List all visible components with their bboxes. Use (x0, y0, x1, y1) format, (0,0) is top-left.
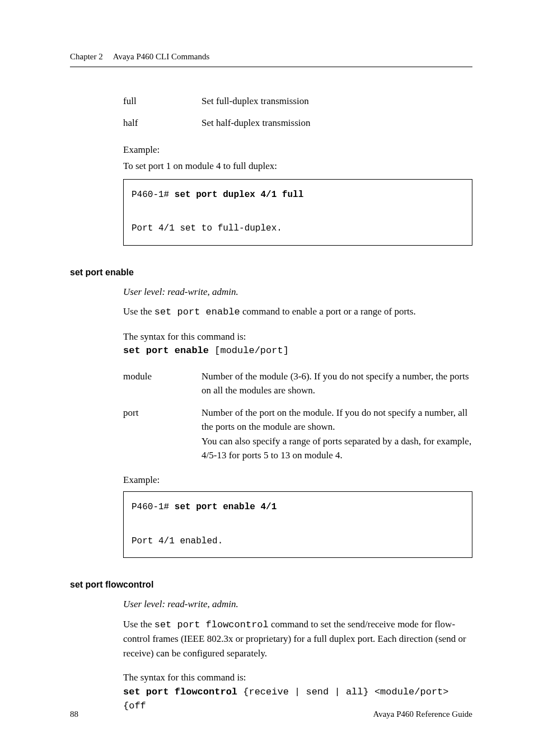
def-term: port (123, 406, 202, 463)
def-row: half Set half-duplex transmission (123, 116, 472, 130)
section-enable-body: User level: read-write, admin. Use the s… (123, 285, 472, 558)
code-block: P460-1# set port enable 4/1 Port 4/1 ena… (123, 491, 472, 558)
def-term: half (123, 116, 202, 130)
syntax-label: The syntax for this command is: (123, 330, 472, 344)
example-intro: To set port 1 on module 4 to full duplex… (123, 159, 472, 173)
code-output: Port 4/1 set to full-duplex. (132, 223, 282, 233)
def-term: module (123, 369, 202, 398)
section-title-enable: set port enable (70, 266, 472, 279)
section-flow-body: User level: read-write, admin. Use the s… (123, 597, 472, 713)
def-term: full (123, 94, 202, 109)
def-row: port Number of the port on the module. I… (123, 406, 472, 463)
use-description: Use the set port enable command to enabl… (123, 304, 472, 320)
def-desc: Number of the port on the module. If you… (202, 406, 472, 463)
user-level: User level: read-write, admin. (123, 285, 472, 299)
user-level: User level: read-write, admin. (123, 597, 472, 612)
syntax-line: set port enable [module/port] (123, 344, 472, 358)
def-desc: Set full-duplex transmission (202, 94, 472, 109)
page-header: Chapter 2 Avaya P460 CLI Commands (70, 50, 472, 63)
def-desc: Set half-duplex transmission (202, 116, 472, 130)
inline-command: set port flowcontrol (154, 619, 269, 630)
code-block: P460-1# set port duplex 4/1 full Port 4/… (123, 179, 472, 246)
code-prompt: P460-1# (132, 502, 175, 512)
guide-title: Avaya P460 Reference Guide (373, 708, 472, 721)
syntax-label: The syntax for this command is: (123, 670, 472, 685)
def-desc: Number of the module (3-6). If you do no… (202, 369, 472, 398)
code-output: Port 4/1 enabled. (132, 536, 223, 546)
page-content: Chapter 2 Avaya P460 CLI Commands full S… (0, 0, 534, 713)
section-title-flowcontrol: set port flowcontrol (70, 578, 472, 591)
page-number: 88 (70, 708, 78, 721)
use-description: Use the set port flowcontrol command to … (123, 617, 472, 661)
code-command: set port enable 4/1 (175, 502, 277, 512)
code-command: set port duplex 4/1 full (175, 190, 303, 200)
chapter-label: Chapter 2 (70, 52, 103, 61)
top-definitions: full Set full-duplex transmission half S… (123, 94, 472, 246)
chapter-title: Avaya P460 CLI Commands (113, 52, 210, 61)
code-prompt: P460-1# (132, 190, 175, 200)
def-row: full Set full-duplex transmission (123, 94, 472, 109)
page-footer: 88 Avaya P460 Reference Guide (70, 708, 472, 721)
inline-command: set port enable (154, 307, 240, 317)
example-label: Example: (123, 473, 472, 487)
header-rule (70, 67, 472, 67)
def-row: module Number of the module (3-6). If yo… (123, 369, 472, 398)
example-label: Example: (123, 143, 472, 157)
